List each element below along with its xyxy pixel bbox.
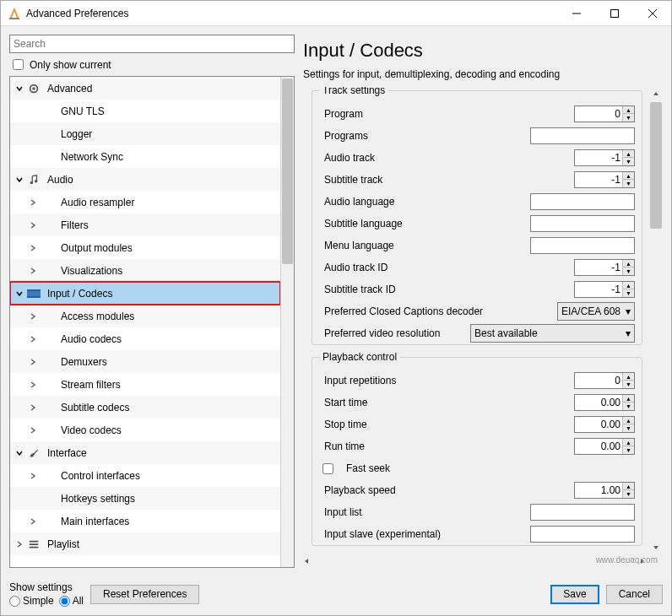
search-input[interactable] (9, 35, 295, 53)
chevron-down-icon: ▾ (626, 327, 631, 339)
tree-item[interactable]: Network Sync (10, 145, 280, 168)
tree-item[interactable]: Filters (10, 213, 280, 236)
tree-item[interactable]: Playlist (10, 532, 280, 555)
spin-up-icon[interactable]: ▲ (622, 439, 634, 446)
child-expander-icon[interactable] (27, 267, 39, 274)
tree-scrollbar-thumb[interactable] (282, 78, 293, 264)
scroll-down-icon[interactable] (649, 541, 663, 554)
setting-text-input[interactable] (530, 526, 635, 543)
child-expander-icon[interactable] (27, 336, 39, 343)
category-tree[interactable]: AdvancedGNU TLSLoggerNetwork SyncAudioAu… (10, 77, 280, 567)
all-radio[interactable]: All (59, 595, 84, 607)
setting-text-input[interactable] (530, 504, 635, 521)
expand-open-icon[interactable] (14, 176, 25, 183)
setting-number-input[interactable]: ▲▼ (574, 372, 635, 389)
spin-up-icon[interactable]: ▲ (622, 260, 634, 267)
setting-checkbox[interactable] (322, 463, 333, 474)
child-expander-icon[interactable] (27, 404, 39, 411)
child-expander-icon[interactable] (27, 518, 39, 525)
expand-closed-icon[interactable] (14, 541, 25, 548)
child-expander-icon[interactable] (27, 222, 39, 229)
spin-down-icon[interactable]: ▼ (622, 158, 634, 165)
setting-number-input[interactable]: ▲▼ (574, 438, 635, 455)
setting-number-input[interactable]: ▲▼ (574, 105, 635, 122)
tree-item[interactable]: Control interfaces (10, 464, 280, 487)
spin-down-icon[interactable]: ▼ (622, 267, 634, 275)
spin-down-icon[interactable]: ▼ (622, 180, 634, 187)
setting-number-input[interactable]: ▲▼ (574, 149, 635, 166)
tree-item[interactable]: Audio (10, 168, 280, 191)
setting-number-input[interactable]: ▲▼ (574, 416, 635, 433)
tree-item[interactable]: Visualizations (10, 259, 280, 282)
setting-number-input[interactable]: ▲▼ (574, 259, 635, 276)
settings-vscrollbar[interactable] (649, 87, 663, 554)
spin-down-icon[interactable]: ▼ (622, 446, 634, 454)
tree-item[interactable]: Stream filters (10, 373, 280, 396)
only-show-current[interactable]: Only show current (9, 53, 295, 76)
child-expander-icon[interactable] (27, 473, 39, 479)
reset-preferences-button[interactable]: Reset Preferences (90, 585, 199, 604)
child-expander-icon[interactable] (27, 313, 39, 320)
simple-radio[interactable]: Simple (9, 595, 54, 607)
save-button[interactable]: Save (550, 585, 599, 604)
setting-number-input[interactable]: ▲▼ (574, 281, 635, 298)
expand-open-icon[interactable] (14, 290, 25, 297)
tree-item[interactable]: Subtitle codecs (10, 396, 280, 419)
spin-down-icon[interactable]: ▼ (622, 114, 634, 122)
tree-scrollbar[interactable] (280, 77, 294, 567)
cancel-button[interactable]: Cancel (606, 585, 663, 604)
expand-open-icon[interactable] (14, 85, 25, 92)
tree-item[interactable]: Hotkeys settings (10, 487, 280, 510)
setting-select[interactable]: Best available▾ (470, 324, 635, 343)
tree-item[interactable]: Main interfaces (10, 510, 280, 532)
tree-item[interactable]: Advanced (10, 77, 280, 100)
setting-number-input[interactable]: ▲▼ (574, 171, 635, 188)
tree-item[interactable]: GNU TLS (10, 100, 280, 122)
setting-text-input[interactable] (530, 215, 635, 232)
tree-item[interactable]: Logger (10, 122, 280, 145)
vscroll-thumb[interactable] (650, 102, 662, 229)
setting-row: Input list (319, 501, 635, 523)
tree-item[interactable]: Output modules (10, 236, 280, 259)
tree-item[interactable]: Demuxers (10, 350, 280, 373)
spin-down-icon[interactable]: ▼ (622, 289, 634, 297)
spin-down-icon[interactable]: ▼ (622, 490, 634, 498)
scroll-left-icon[interactable] (300, 554, 313, 568)
maximize-button[interactable] (595, 1, 633, 25)
close-button[interactable] (633, 1, 671, 25)
spin-up-icon[interactable]: ▲ (622, 483, 634, 490)
child-expander-icon[interactable] (27, 359, 39, 365)
tree-item[interactable]: Video codecs (10, 419, 280, 441)
spin-down-icon[interactable]: ▼ (622, 424, 634, 432)
spin-down-icon[interactable]: ▼ (622, 381, 634, 388)
only-show-current-checkbox[interactable] (13, 59, 24, 70)
setting-number-input[interactable]: ▲▼ (574, 482, 635, 499)
child-expander-icon[interactable] (27, 245, 39, 251)
tree-item[interactable]: Audio resampler (10, 191, 280, 213)
spin-up-icon[interactable]: ▲ (622, 395, 634, 403)
setting-text-input[interactable] (530, 193, 635, 210)
setting-text-input[interactable] (530, 127, 635, 144)
expand-open-icon[interactable] (14, 450, 25, 457)
tree-item[interactable]: Access modules (10, 305, 280, 327)
tree-item[interactable]: Audio codecs (10, 327, 280, 350)
setting-number-input[interactable]: ▲▼ (574, 394, 635, 411)
setting-label: Start time (319, 397, 569, 408)
child-expander-icon[interactable] (27, 381, 39, 388)
tree-item[interactable]: Interface (10, 441, 280, 464)
show-settings-label: Show settings (9, 581, 84, 595)
minimize-button[interactable] (557, 1, 595, 25)
spin-up-icon[interactable]: ▲ (622, 150, 634, 158)
setting-text-input[interactable] (530, 237, 635, 254)
tree-item[interactable]: Input / Codecs (10, 282, 280, 305)
spin-up-icon[interactable]: ▲ (622, 106, 634, 114)
spin-down-icon[interactable]: ▼ (622, 403, 634, 410)
spin-up-icon[interactable]: ▲ (622, 282, 634, 289)
child-expander-icon[interactable] (27, 427, 39, 434)
child-expander-icon[interactable] (27, 199, 39, 206)
spin-up-icon[interactable]: ▲ (622, 417, 634, 424)
spin-up-icon[interactable]: ▲ (622, 373, 634, 381)
scroll-up-icon[interactable] (649, 87, 663, 100)
spin-up-icon[interactable]: ▲ (622, 172, 634, 180)
setting-select[interactable]: EIA/CEA 608▾ (557, 302, 635, 321)
